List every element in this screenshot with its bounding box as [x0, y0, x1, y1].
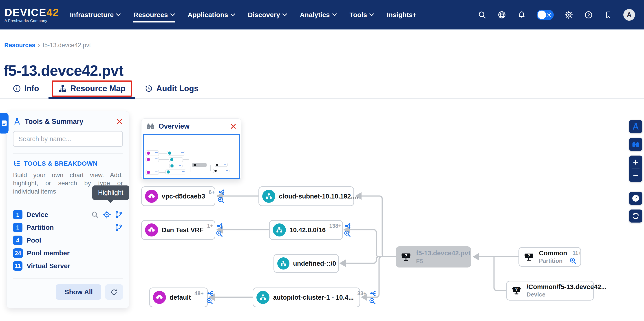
menu-tools[interactable]: Tools	[350, 11, 374, 23]
tab-audit-logs[interactable]: Audit Logs	[144, 84, 198, 93]
map-tools-button[interactable]	[629, 120, 642, 133]
node-default[interactable]: default 48+	[149, 287, 208, 307]
tools-panel-footer: Show All	[13, 278, 123, 300]
node-autopilot-cluster[interactable]: autopilot-cluster-1 - 10.4... 33+	[252, 287, 360, 307]
menu-resources[interactable]: Resources	[134, 11, 175, 23]
tab-info[interactable]: Info	[12, 84, 39, 93]
hidden-count: 33+	[357, 290, 366, 296]
expand-network-icon[interactable]	[344, 222, 351, 229]
zoom-in-icon[interactable]	[216, 230, 223, 238]
compass-button[interactable]	[629, 192, 642, 205]
settings-gear-icon[interactable]	[564, 10, 574, 20]
expand-network-icon[interactable]	[218, 189, 225, 196]
search-icon[interactable]	[478, 10, 487, 20]
zoom-in-icon[interactable]	[217, 196, 225, 204]
bookmark-icon[interactable]	[604, 10, 613, 20]
node-common-f5-device[interactable]: ? /Common/f5-13.devce42... Device	[506, 281, 594, 300]
tools-breakdown-header: TOOLS & BREAKDOWN	[13, 160, 123, 167]
tools-panel-header: Tools & Summary	[13, 118, 123, 126]
menu-analytics[interactable]: Analytics	[300, 11, 337, 23]
tab-resource-map[interactable]: Resource Map	[52, 81, 132, 97]
zoom-in-icon[interactable]	[206, 297, 214, 305]
show-all-button[interactable]: Show All	[56, 284, 101, 300]
top-navbar: DEVICE42 A Freshworks Company Infrastruc…	[0, 0, 644, 30]
node-label: 10.42.0.0/16	[290, 226, 326, 234]
notifications-bell-icon[interactable]	[517, 10, 526, 20]
highlight-tooltip: Highlight	[92, 185, 129, 200]
theme-toggle[interactable]	[537, 10, 554, 20]
overview-minimap[interactable]	[143, 134, 240, 179]
node-dan-test-vrf[interactable]: Dan Test VRF 1+	[141, 220, 215, 240]
tools-panel-title: Tools & Summary	[25, 118, 83, 126]
zoom-in-icon[interactable]	[369, 297, 376, 305]
map-toolbar: + −	[629, 120, 642, 222]
close-icon[interactable]	[116, 118, 123, 125]
git-branch-icon[interactable]	[115, 223, 123, 231]
breadcrumb-resources-link[interactable]: Resources	[4, 42, 35, 49]
subnet-icon	[277, 257, 290, 269]
chevron-down-icon	[230, 13, 235, 17]
history-icon	[144, 84, 153, 93]
node-label: autopilot-cluster-1 - 10.4...	[273, 294, 354, 301]
breadcrumb: Resources › f5-13.devce42.pvt	[4, 42, 91, 49]
page-title: f5-13.devce42.pvt	[4, 62, 123, 79]
breakdown-row-pool[interactable]: 4 Pool	[13, 235, 123, 245]
refresh-button[interactable]	[105, 284, 123, 300]
device42-logo[interactable]: DEVICE42 A Freshworks Company	[4, 7, 59, 23]
sync-refresh-button[interactable]	[629, 209, 642, 222]
node-label: default	[170, 294, 191, 301]
chevron-down-icon	[116, 13, 121, 17]
git-branch-icon[interactable]	[115, 211, 123, 219]
zoom-out-button[interactable]: −	[629, 169, 642, 182]
zoom-in-icon[interactable]	[344, 230, 351, 238]
node-sublabel: F5	[416, 258, 467, 265]
node-sublabel: Partition	[539, 257, 562, 264]
logo-text: DEVICE42	[4, 7, 59, 18]
help-icon[interactable]: ?	[584, 10, 593, 20]
sync-icon	[632, 212, 640, 220]
count-badge: 11	[13, 261, 22, 271]
subnet-icon	[256, 291, 270, 304]
panel-collapse-toggle[interactable]	[0, 113, 8, 134]
node-undefined-subnet[interactable]: undefined-::/0	[274, 254, 339, 273]
count-badge: 4	[13, 236, 22, 245]
menu-discovery[interactable]: Discovery	[248, 11, 287, 23]
user-avatar[interactable]: A	[623, 9, 635, 21]
globe-icon[interactable]	[497, 10, 506, 20]
menu-insights[interactable]: Insights+	[387, 11, 416, 23]
search-icon[interactable]	[91, 211, 99, 219]
close-icon[interactable]	[230, 123, 237, 130]
expand-network-icon[interactable]	[369, 290, 376, 297]
hidden-count: 138+	[329, 223, 341, 229]
logo-tagline: A Freshworks Company	[4, 19, 59, 23]
node-f5-13-devce42-selected[interactable]: ? f5-13.devce42.pvt F5	[396, 246, 471, 267]
node-10-42-subnet[interactable]: 10.42.0.0/16 138+	[269, 220, 343, 240]
breakdown-list: 1 Device 1 Partition 4 Pool 24 Pool memb…	[13, 210, 123, 274]
menu-applications[interactable]: Applications	[188, 11, 235, 23]
sun-icon	[546, 12, 552, 19]
breakdown-row-pool-member[interactable]: 24 Pool member	[13, 248, 123, 258]
node-label: f5-13.devce42.pvt	[416, 249, 470, 257]
overview-title: Overview	[158, 122, 190, 130]
node-cloud-subnet[interactable]: cloud-subnet-10.10.192....	[258, 186, 354, 206]
highlight-crosshair-icon[interactable]	[102, 210, 111, 219]
breakdown-row-partition[interactable]: 1 Partition	[13, 222, 123, 232]
zoom-in-icon[interactable]	[569, 257, 577, 264]
device-icon: ?	[510, 284, 523, 297]
search-input[interactable]	[13, 131, 123, 147]
breakdown-row-device[interactable]: 1 Device	[13, 210, 123, 220]
breakdown-row-virtual-server[interactable]: 11 Virtual Server	[13, 261, 123, 271]
expand-network-icon[interactable]	[216, 222, 223, 229]
svg-text:?: ?	[405, 253, 407, 258]
chevron-down-icon	[369, 13, 374, 17]
divider	[13, 153, 123, 154]
menu-infrastructure[interactable]: Infrastructure	[70, 11, 121, 23]
node-vpc-d5dcaeb3[interactable]: vpc-d5dcaeb3 6+	[141, 186, 215, 206]
device-icon: ?	[522, 250, 535, 263]
zoom-in-button[interactable]: +	[629, 156, 642, 169]
chevron-down-icon	[282, 13, 287, 17]
map-overview-button[interactable]	[629, 138, 642, 151]
zoom-control: + −	[629, 156, 642, 182]
node-common-partition[interactable]: ? Common11+ Partition	[518, 247, 581, 267]
expand-network-icon[interactable]	[206, 290, 214, 297]
